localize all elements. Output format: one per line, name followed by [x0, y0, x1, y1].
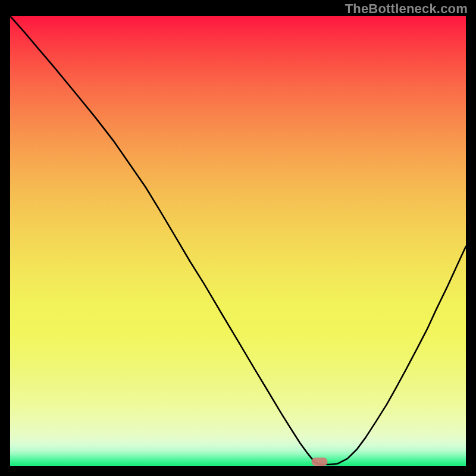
watermark-text: TheBottleneck.com [345, 1, 468, 17]
chart-frame: TheBottleneck.com [0, 0, 476, 476]
plot-area [10, 16, 466, 466]
optimum-marker [312, 458, 328, 466]
